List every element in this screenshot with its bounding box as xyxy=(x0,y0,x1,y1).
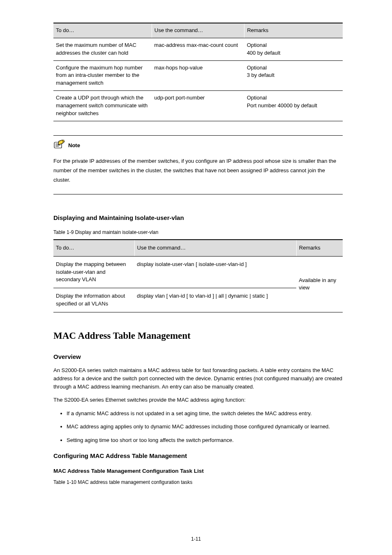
overview-text: An S2000-EA series switch maintains a MA… xyxy=(53,366,343,391)
note-label: Note xyxy=(68,142,80,150)
heading-overview: Overview xyxy=(53,352,343,361)
list-item: Setting aging time too short or too long… xyxy=(67,436,343,445)
aging-intro: The S2000-EA series Ethernet switches pr… xyxy=(53,396,343,404)
list-item: If a dynamic MAC address is not updated … xyxy=(67,409,343,418)
cell-todo: Configure the maximum hop number from an… xyxy=(53,60,152,91)
col-header-command: Use the command… xyxy=(134,240,296,256)
heading-mac-address-table: MAC Address Table Management xyxy=(53,329,343,342)
cell-command: max-hops hop-value xyxy=(152,60,244,91)
table-row: Configure the maximum hop number from an… xyxy=(53,60,343,91)
table-row: Create a UDP port through which the mana… xyxy=(53,91,343,121)
heading-displaying: Displaying and Maintaining Isolate-user-… xyxy=(53,213,343,222)
cell-command: mac-address max-mac-count count xyxy=(152,38,244,60)
cell-todo: Set the maximum number of MAC addresses … xyxy=(53,38,152,60)
aging-list: If a dynamic MAC address is not updated … xyxy=(53,409,343,445)
note-callout: Note For the private IP addresses of the… xyxy=(53,135,343,194)
col-header-command: Use the command… xyxy=(152,23,244,38)
cell-todo: Display the information about specified … xyxy=(53,288,134,312)
cell-command: display isolate-user-vlan [ isolate-user… xyxy=(134,256,296,288)
table-row: Set the maximum number of MAC addresses … xyxy=(53,38,343,60)
col-header-remarks: Remarks xyxy=(296,240,343,256)
note-icon xyxy=(53,140,66,150)
table-row: Display the mapping between isolate-user… xyxy=(53,256,343,288)
heading-config-mac: Configuring MAC Address Table Management xyxy=(53,451,343,460)
cell-remarks: Optional Port number 40000 by default xyxy=(244,91,343,121)
note-body: For the private IP addresses of the memb… xyxy=(53,156,343,185)
list-item: MAC address aging applies only to dynami… xyxy=(67,423,343,431)
heading-task-list: MAC Address Table Management Configurati… xyxy=(53,467,343,475)
col-header-todo: To do… xyxy=(53,23,152,38)
col-header-todo: To do… xyxy=(53,240,134,256)
cell-remarks: Optional 400 by default xyxy=(244,38,343,60)
cell-todo: Display the mapping between isolate-user… xyxy=(53,256,134,288)
cell-todo: Create a UDP port through which the mana… xyxy=(53,91,152,121)
display-table: To do… Use the command… Remarks Display … xyxy=(53,239,343,312)
cell-command: udp-port port-number xyxy=(152,91,244,121)
table-caption-1-9: Table 1-9 Display and maintain isolate-u… xyxy=(53,229,343,236)
table-caption-1-10: Table 1-10 MAC address table management … xyxy=(53,479,343,486)
col-header-remarks: Remarks xyxy=(244,23,343,38)
cell-remarks: Optional 3 by default xyxy=(244,60,343,91)
page-number: 1-11 xyxy=(0,536,392,543)
cell-command: display vlan [ vlan-id [ to vlan-id ] | … xyxy=(134,288,296,312)
config-table: To do… Use the command… Remarks Set the … xyxy=(53,23,343,121)
cell-remarks: Available in any view xyxy=(296,256,343,312)
